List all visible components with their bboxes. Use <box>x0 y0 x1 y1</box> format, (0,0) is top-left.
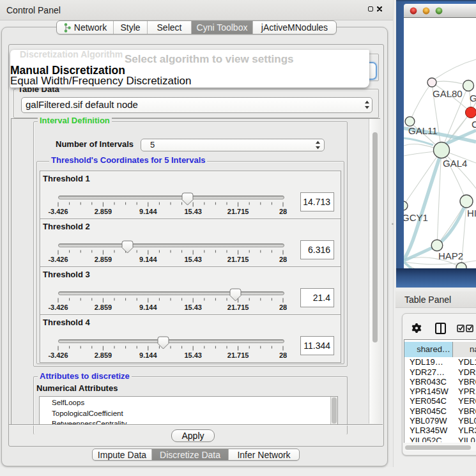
svg-text:C: C <box>472 119 476 130</box>
svg-text:GAL4: GAL4 <box>443 158 467 169</box>
svg-text:HI: HI <box>467 208 476 219</box>
svg-text:GAL80: GAL80 <box>433 88 463 99</box>
svg-text:GCY1: GCY1 <box>404 212 428 223</box>
svg-text:HAP2: HAP2 <box>438 250 463 261</box>
svg-text:G.: G. <box>470 93 476 104</box>
svg-text:GAL11: GAL11 <box>408 125 438 136</box>
